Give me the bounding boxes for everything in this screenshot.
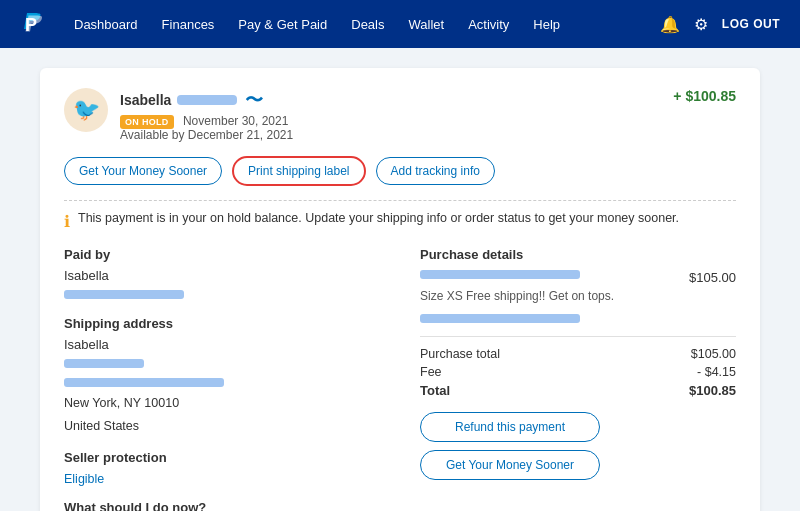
paid-by-blur [64, 290, 184, 299]
user-info: Isabella 〜 ON HOLD November 30, 2021 Ava… [120, 88, 673, 142]
info-banner: ℹ This payment is in your on hold balanc… [64, 211, 736, 231]
user-name-row: Isabella 〜 [120, 88, 673, 112]
wave-icon: 〜 [245, 88, 263, 112]
nav-pay-get-paid[interactable]: Pay & Get Paid [228, 17, 337, 32]
seller-protection-section: Seller protection Eligible [64, 450, 380, 486]
nav-help[interactable]: Help [523, 17, 570, 32]
purchase-amount-value: $105.00 [689, 270, 736, 285]
left-column: Paid by Isabella Shipping address Isabel… [64, 247, 380, 511]
purchase-item-blur [420, 270, 580, 279]
total-value: $100.85 [689, 383, 736, 398]
purchase-amount-row: $105.00 [420, 270, 736, 285]
notification-icon[interactable]: 🔔 [660, 15, 680, 34]
right-action-buttons: Refund this payment Get Your Money Soone… [420, 412, 736, 480]
content-area: 🐦 Isabella 〜 ON HOLD November 30, 2021 A… [0, 48, 800, 511]
purchase-desc-blur [420, 314, 580, 323]
logout-button[interactable]: LOG OUT [722, 17, 780, 31]
refund-payment-button[interactable]: Refund this payment [420, 412, 600, 442]
what-to-do-label: What should I do now? [64, 500, 380, 512]
purchase-note: Size XS Free shipping!! Get on tops. [420, 289, 736, 303]
nav-icons: 🔔 ⚙ LOG OUT [660, 15, 780, 34]
payment-amount: + $100.85 [673, 88, 736, 104]
payment-card: 🐦 Isabella 〜 ON HOLD November 30, 2021 A… [40, 68, 760, 511]
navbar: P Dashboard Finances Pay & Get Paid Deal… [0, 0, 800, 48]
nav-finances[interactable]: Finances [152, 17, 225, 32]
on-hold-badge: ON HOLD [120, 115, 174, 129]
paypal-logo: P [20, 9, 44, 40]
total-row: Total $100.85 [420, 383, 736, 398]
nav-dashboard[interactable]: Dashboard [64, 17, 148, 32]
shipping-blur-1 [64, 359, 144, 368]
nav-deals[interactable]: Deals [341, 17, 394, 32]
action-buttons-row: Get Your Money Sooner Print shipping lab… [64, 156, 736, 186]
payment-date: November 30, 2021 [183, 114, 288, 128]
purchase-total-label: Purchase total [420, 347, 500, 361]
settings-icon[interactable]: ⚙ [694, 15, 708, 34]
shipping-city-state: New York, NY 10010 [64, 394, 380, 413]
fee-row: Fee - $4.15 [420, 365, 736, 379]
right-column: Purchase details $105.00 Size XS Free sh… [420, 247, 736, 511]
print-shipping-label-button[interactable]: Print shipping label [232, 156, 365, 186]
total-label: Total [420, 383, 450, 398]
shipping-address-section: Shipping address Isabella New York, NY 1… [64, 316, 380, 436]
shipping-blur-2 [64, 378, 224, 387]
fee-label: Fee [420, 365, 442, 379]
get-money-sooner-button-2[interactable]: Get Your Money Sooner [420, 450, 600, 480]
paid-by-label: Paid by [64, 247, 380, 262]
shipping-country: United States [64, 417, 380, 436]
user-date-row: ON HOLD November 30, 2021 [120, 114, 673, 128]
shipping-address-label: Shipping address [64, 316, 380, 331]
nav-wallet[interactable]: Wallet [399, 17, 455, 32]
nav-activity[interactable]: Activity [458, 17, 519, 32]
info-text: This payment is in your on hold balance.… [78, 211, 679, 225]
payment-header: 🐦 Isabella 〜 ON HOLD November 30, 2021 A… [64, 88, 736, 142]
details-columns: Paid by Isabella Shipping address Isabel… [64, 247, 736, 511]
seller-protection-value[interactable]: Eligible [64, 472, 104, 486]
paid-by-section: Paid by Isabella [64, 247, 380, 302]
user-name: Isabella [120, 92, 171, 108]
fee-value: - $4.15 [697, 365, 736, 379]
purchase-total-row: Purchase total $105.00 [420, 347, 736, 361]
available-date: Available by December 21, 2021 [120, 128, 673, 142]
avatar: 🐦 [64, 88, 108, 132]
get-money-sooner-button[interactable]: Get Your Money Sooner [64, 157, 222, 185]
add-tracking-info-button[interactable]: Add tracking info [376, 157, 495, 185]
what-to-do-section: What should I do now? Ship to the addres… [64, 500, 380, 512]
paid-by-name: Isabella [64, 268, 380, 283]
section-divider [64, 200, 736, 201]
purchase-details-label: Purchase details [420, 247, 736, 262]
seller-protection-label: Seller protection [64, 450, 380, 465]
summary-divider [420, 336, 736, 337]
svg-text:P: P [25, 15, 37, 35]
info-icon: ℹ [64, 212, 70, 231]
purchase-total-value: $105.00 [691, 347, 736, 361]
name-blur [177, 95, 237, 105]
shipping-name: Isabella [64, 337, 380, 352]
